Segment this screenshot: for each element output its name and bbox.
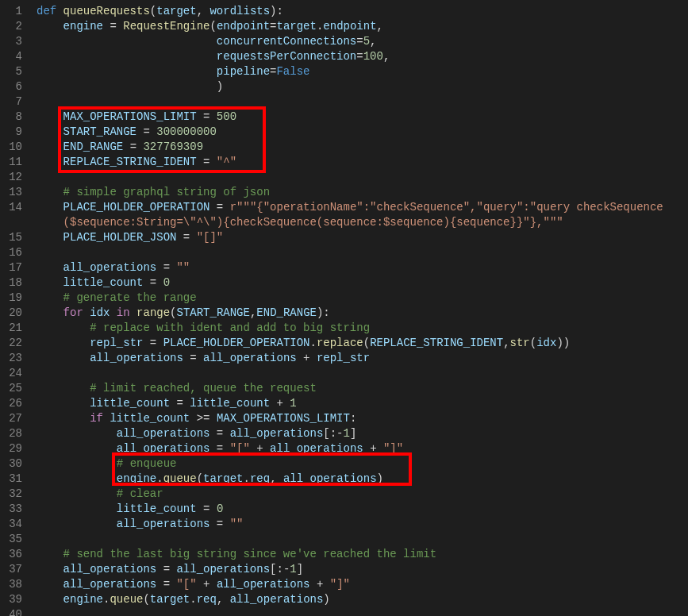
token-id: all_operations bbox=[283, 472, 377, 485]
line-number: 26 bbox=[0, 396, 22, 411]
token-num: 1 bbox=[290, 563, 296, 576]
token-pn: , bbox=[370, 35, 376, 48]
code-line[interactable]: concurrentConnections=5, bbox=[37, 34, 688, 49]
code-line[interactable]: requestsPerConnection=100, bbox=[37, 49, 688, 64]
line-number: 13 bbox=[0, 185, 22, 200]
code-line[interactable]: all_operations = "" bbox=[37, 517, 688, 532]
token-id: idx bbox=[536, 337, 556, 349]
line-number: 31 bbox=[0, 472, 22, 487]
token-fn: RequestEngine bbox=[123, 20, 209, 33]
code-line[interactable] bbox=[37, 94, 688, 110]
token-pn: , bbox=[197, 5, 210, 17]
token-pn: >= bbox=[190, 412, 217, 425]
token-id: pipeline bbox=[217, 65, 270, 78]
code-line[interactable]: def queueRequests(target, wordlists): bbox=[37, 4, 688, 19]
token-pn: ( bbox=[363, 337, 370, 349]
token-id: endpoint bbox=[323, 20, 376, 33]
code-line[interactable]: engine.queue(target.req, all_operations) bbox=[37, 472, 688, 487]
token-pn: = bbox=[170, 397, 190, 410]
code-line[interactable]: engine.queue(target.req, all_operations) bbox=[37, 592, 688, 607]
token-pn: = bbox=[197, 110, 217, 123]
code-line[interactable]: # clear bbox=[37, 487, 688, 502]
token-pn: , bbox=[383, 50, 390, 63]
code-line[interactable]: all_operations = all_operations[:-1] bbox=[37, 562, 688, 577]
token-id: all_operations bbox=[117, 427, 210, 440]
token-pn: = bbox=[136, 125, 156, 138]
token-pn bbox=[110, 306, 116, 319]
token-id: idx bbox=[90, 306, 110, 319]
token-pn bbox=[37, 427, 117, 440]
token-cmt: # simple graphql string of json bbox=[63, 186, 270, 198]
code-line[interactable]: for idx in range(START_RANGE,END_RANGE): bbox=[37, 306, 688, 321]
code-line[interactable]: all_operations = "[" + all_operations + … bbox=[37, 577, 688, 592]
code-line[interactable]: all_operations = "" bbox=[37, 260, 688, 275]
token-str: "]" bbox=[383, 442, 403, 455]
token-pn bbox=[37, 276, 63, 289]
line-number: 32 bbox=[0, 487, 22, 502]
token-pn: = bbox=[156, 563, 176, 576]
token-id: engine bbox=[63, 20, 103, 33]
token-pn bbox=[37, 487, 117, 500]
token-pn: = bbox=[123, 141, 143, 153]
token-pn bbox=[37, 337, 90, 349]
token-id: target bbox=[277, 20, 317, 33]
token-id2: END_RANGE bbox=[256, 306, 317, 319]
token-pn: ) bbox=[37, 80, 223, 93]
code-line[interactable]: if little_count >= MAX_OPERATIONS_LIMIT: bbox=[37, 411, 688, 426]
code-line[interactable]: repl_str = PLACE_HOLDER_OPERATION.replac… bbox=[37, 336, 688, 351]
token-cmt: # send the last big string since we've r… bbox=[63, 548, 436, 560]
token-num: 100 bbox=[363, 50, 383, 63]
code-line[interactable]: little_count = 0 bbox=[37, 275, 688, 291]
code-line[interactable]: START_RANGE = 300000000 bbox=[37, 125, 688, 140]
code-line[interactable] bbox=[37, 532, 688, 547]
token-id: all_operations bbox=[217, 578, 310, 591]
code-line[interactable]: all_operations = all_operations + repl_s… bbox=[37, 351, 688, 366]
code-line[interactable]: # limit reached, queue the request bbox=[37, 381, 688, 396]
code-line[interactable] bbox=[37, 366, 688, 381]
code-line[interactable]: ($sequence:String=\"^\"){checkSequence(s… bbox=[37, 215, 688, 230]
code-line[interactable]: REPLACE_STRING_IDENT = "^" bbox=[37, 155, 688, 170]
token-pn bbox=[37, 397, 90, 410]
token-fn: queueRequests bbox=[63, 5, 150, 17]
token-pn: [:- bbox=[323, 427, 343, 440]
token-id: req bbox=[197, 593, 217, 606]
token-pn bbox=[37, 548, 63, 560]
token-pn: ] bbox=[350, 427, 356, 440]
code-line[interactable]: END_RANGE = 327769309 bbox=[37, 140, 688, 155]
token-id: all_operations bbox=[203, 352, 297, 364]
code-line[interactable]: # replace with ident and add to big stri… bbox=[37, 321, 688, 336]
token-pn bbox=[37, 321, 90, 334]
token-pn: ): bbox=[317, 306, 330, 319]
token-pn: ( bbox=[170, 306, 176, 319]
token-pn: = bbox=[197, 502, 217, 515]
code-area[interactable]: def queueRequests(target, wordlists): en… bbox=[37, 4, 688, 616]
code-line[interactable]: # enqueue bbox=[37, 456, 688, 472]
code-line[interactable]: MAX_OPERATIONS_LIMIT = 500 bbox=[37, 110, 688, 125]
code-line[interactable] bbox=[37, 170, 688, 185]
token-bool: False bbox=[276, 65, 309, 78]
token-num: 500 bbox=[217, 110, 236, 123]
token-pn bbox=[37, 442, 117, 455]
code-editor[interactable]: 1234567891011121314151617181920212223242… bbox=[0, 0, 688, 616]
code-line[interactable] bbox=[37, 607, 688, 616]
code-line[interactable]: PLACE_HOLDER_JSON = "[]" bbox=[37, 230, 688, 245]
code-line[interactable]: pipeline=False bbox=[37, 64, 688, 79]
code-line[interactable]: little_count = little_count + 1 bbox=[37, 396, 688, 411]
code-line[interactable]: engine = RequestEngine(endpoint=target.e… bbox=[37, 19, 688, 34]
token-kw: for bbox=[63, 306, 83, 319]
token-id2: REPLACE_STRING_IDENT bbox=[63, 156, 197, 168]
code-line[interactable]: all_operations = "[" + all_operations + … bbox=[37, 441, 688, 456]
line-number: 28 bbox=[0, 426, 22, 441]
code-line[interactable]: ) bbox=[37, 79, 688, 94]
token-id: engine bbox=[117, 472, 156, 485]
code-line[interactable] bbox=[37, 245, 688, 260]
line-number: 3 bbox=[0, 34, 22, 49]
code-line[interactable]: all_operations = all_operations[:-1] bbox=[37, 426, 688, 441]
token-fn: replace bbox=[317, 337, 363, 349]
code-line[interactable]: # send the last big string since we've r… bbox=[37, 547, 688, 562]
token-pn: = bbox=[270, 20, 276, 33]
code-line[interactable]: little_count = 0 bbox=[37, 502, 688, 517]
code-line[interactable]: PLACE_HOLDER_OPERATION = r"""{"operation… bbox=[37, 200, 688, 215]
code-line[interactable]: # generate the range bbox=[37, 291, 688, 306]
code-line[interactable]: # simple graphql string of json bbox=[37, 185, 688, 200]
